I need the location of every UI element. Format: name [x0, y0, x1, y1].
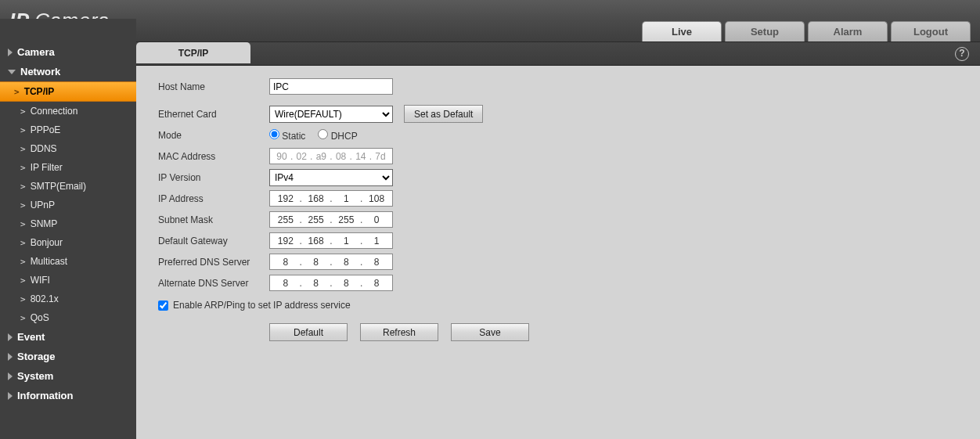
nav-item-label: TCP/IP	[24, 86, 55, 97]
nav-camera-label: Camera	[17, 46, 55, 58]
nav-network-label: Network	[20, 66, 60, 77]
arp-ping-checkbox[interactable]	[158, 300, 168, 311]
label-ip-version: IP Version	[158, 172, 269, 183]
nav-item-label: UPnP	[31, 200, 55, 211]
mac-address-field: 90. 02. a9. 08. 14. 7d	[269, 148, 393, 164]
tab-setup[interactable]: Setup	[725, 21, 805, 41]
ip-address-field[interactable]: 192. 168. 1. 108	[269, 190, 393, 207]
nav-item-label: QoS	[31, 312, 49, 323]
dot: .	[360, 214, 362, 225]
mode-static-radio[interactable]	[269, 129, 279, 139]
refresh-button[interactable]: Refresh	[360, 323, 438, 341]
ip-oct: 8	[305, 257, 327, 268]
label-ethernet-card: Ethernet Card	[158, 109, 269, 120]
nav-event[interactable]: Event	[0, 327, 136, 347]
ip-oct: 255	[305, 214, 327, 225]
mode-static-option[interactable]: Static	[269, 129, 305, 142]
nav-item-ipfilter[interactable]: IP Filter	[0, 158, 136, 177]
mode-dhcp-option[interactable]: DHCP	[318, 129, 357, 142]
gateway-field[interactable]: 192. 168. 1. 1	[269, 232, 393, 249]
nav-item-8021x[interactable]: 802.1x	[0, 290, 136, 308]
ip-oct: 192	[275, 193, 297, 204]
dot: .	[300, 278, 302, 289]
mode-dhcp-label: DHCP	[331, 131, 358, 142]
dot: .	[330, 193, 332, 204]
nav-item-smtp[interactable]: SMTP(Email)	[0, 177, 136, 196]
nav-item-bonjour[interactable]: Bonjour	[0, 233, 136, 252]
mac-oct: 08	[333, 151, 350, 162]
nav-storage[interactable]: Storage	[0, 347, 136, 366]
mode-dhcp-radio[interactable]	[318, 129, 328, 139]
tab-logout[interactable]: Logout	[891, 21, 971, 41]
mac-oct: 02	[293, 151, 310, 162]
alternate-dns-field[interactable]: 8. 8. 8. 8	[269, 275, 393, 291]
ip-oct: 168	[305, 193, 327, 204]
mac-oct: a9	[312, 151, 330, 162]
ip-oct: 168	[305, 236, 327, 246]
dot: .	[300, 214, 302, 225]
form: Host Name Ethernet Card Wire(DEFAULT) Se…	[136, 63, 980, 341]
page-tab-tcpip[interactable]: TCP/IP	[136, 42, 250, 63]
label-ip-address: IP Address	[158, 193, 269, 204]
dot: .	[360, 278, 362, 289]
dot: .	[360, 236, 362, 246]
nav-item-qos[interactable]: QoS	[0, 308, 136, 327]
main-panel: TCP/IP Host Name Ethernet Card Wire(DEFA…	[136, 66, 980, 439]
nav-item-ddns[interactable]: DDNS	[0, 139, 136, 158]
save-button[interactable]: Save	[451, 323, 529, 341]
sidebar: Camera Network TCP/IP Connection PPPoE D…	[0, 19, 136, 439]
mac-oct: 7d	[372, 151, 389, 162]
nav-network-sub: TCP/IP Connection PPPoE DDNS IP Filter S…	[0, 81, 136, 327]
nav-item-pppoe[interactable]: PPPoE	[0, 121, 136, 139]
chevron-right-icon	[8, 353, 13, 361]
dot: .	[330, 236, 332, 246]
ip-oct: 255	[335, 214, 357, 225]
nav-item-upnp[interactable]: UPnP	[0, 196, 136, 214]
nav-item-snmp[interactable]: SNMP	[0, 214, 136, 233]
chevron-down-icon	[8, 70, 16, 74]
host-name-input[interactable]	[269, 78, 393, 95]
nav-network[interactable]: Network	[0, 62, 136, 81]
mac-oct: 14	[352, 151, 369, 162]
ethernet-card-select[interactable]: Wire(DEFAULT)	[269, 106, 393, 123]
tab-live[interactable]: Live	[642, 21, 722, 41]
subnet-mask-field[interactable]: 255. 255. 255. 0	[269, 211, 393, 228]
dot: .	[330, 278, 332, 289]
nav-item-label: PPPoE	[31, 124, 61, 135]
dot: .	[330, 257, 332, 268]
nav-information-label: Information	[17, 390, 74, 401]
chevron-right-icon	[8, 49, 13, 56]
ip-version-select[interactable]: IPv4	[269, 169, 393, 186]
ip-oct: 8	[335, 257, 357, 268]
label-dns1: Preferred DNS Server	[158, 257, 269, 268]
ip-oct: 0	[366, 214, 387, 225]
nav-item-tcpip[interactable]: TCP/IP	[0, 81, 136, 102]
nav-item-label: 802.1x	[31, 293, 59, 304]
nav-system[interactable]: System	[0, 366, 136, 386]
nav-item-connection[interactable]: Connection	[0, 102, 136, 121]
nav-camera[interactable]: Camera	[0, 42, 136, 62]
default-button[interactable]: Default	[269, 323, 348, 341]
nav-item-multicast[interactable]: Multicast	[0, 252, 136, 271]
nav-item-label: Multicast	[31, 256, 67, 267]
dot: .	[330, 214, 332, 225]
ip-oct: 8	[366, 278, 387, 289]
ip-oct: 255	[275, 214, 297, 225]
nav-item-label: DDNS	[31, 143, 57, 154]
nav-storage-label: Storage	[17, 351, 55, 362]
preferred-dns-field[interactable]: 8. 8. 8. 8	[269, 254, 393, 270]
nav-item-label: Connection	[31, 106, 78, 117]
label-subnet: Subnet Mask	[158, 214, 269, 225]
nav-item-label: WIFI	[31, 275, 50, 286]
ip-oct: 8	[335, 278, 357, 289]
ip-oct: 1	[335, 236, 357, 246]
nav-item-wifi[interactable]: WIFI	[0, 271, 136, 290]
dot: .	[300, 257, 302, 268]
ip-oct: 108	[366, 193, 387, 204]
set-default-button[interactable]: Set as Default	[404, 105, 483, 123]
tab-alarm[interactable]: Alarm	[808, 21, 888, 41]
ip-oct: 8	[305, 278, 327, 289]
label-host-name: Host Name	[158, 81, 269, 92]
header-tabs: Live Setup Alarm Logout	[642, 21, 971, 41]
nav-information[interactable]: Information	[0, 386, 136, 405]
